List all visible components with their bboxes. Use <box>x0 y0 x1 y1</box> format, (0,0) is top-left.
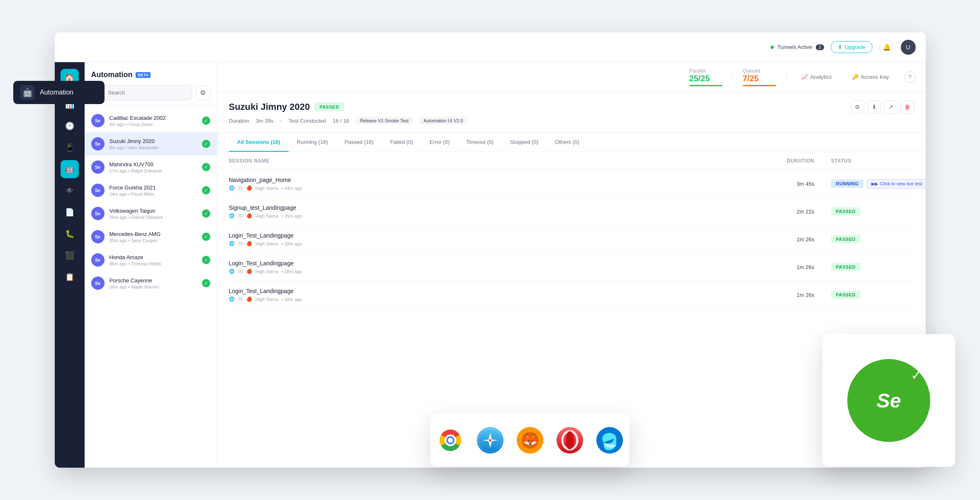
version-tag: 70 <box>238 297 243 302</box>
selenium-logo: ✓ Se <box>847 359 930 442</box>
safari-browser-icon <box>477 427 503 454</box>
left-nav: 🏠 📊 🕐 📱 🤖 👁 📄 🐛 ⬛ 📋 <box>55 62 85 468</box>
upgrade-label: Upgrade <box>845 44 866 50</box>
item-meta: 36m ago • Theresa Webb <box>109 261 197 266</box>
session-status: PASSED <box>831 291 914 299</box>
sidebar-item-files[interactable]: 📄 <box>61 203 79 221</box>
browsers-popup: 🦊 <box>430 414 630 467</box>
tab-error[interactable]: Error (0) <box>421 133 458 152</box>
tab-all-sessions[interactable]: All Sessions (16) <box>229 133 289 152</box>
item-info: Mercedes-Benz AMG 30m ago • Jane Cooper <box>109 231 197 243</box>
session-info: Login_Test_Landingpage 🌐 70 🍎 High Sierr… <box>229 288 781 302</box>
sidebar-item-eye[interactable]: 👁 <box>61 182 79 200</box>
item-status-check: ✓ <box>202 256 210 264</box>
tunnels-status: Tunnels Active 3 <box>771 44 824 50</box>
list-item[interactable]: Se Mahindra XUV700 17m ago • Ralph Edwar… <box>85 155 217 179</box>
item-status-check: ✓ <box>202 186 210 194</box>
sidebar-item-devices[interactable]: 📱 <box>61 138 79 157</box>
build-detail: Suzuki Jimny 2020 PASSED ⚙ ⬇ ↗ 🗑 Duratio… <box>217 92 926 133</box>
firefox-browser-icon: 🦊 <box>517 427 543 454</box>
item-status-check: ✓ <box>202 209 210 218</box>
table-header: Session Name Duration Status <box>229 152 914 170</box>
tab-running[interactable]: Running (16) <box>289 133 336 152</box>
item-status-check: ✓ <box>202 117 210 125</box>
item-meta: 4m ago • Fiona Davis <box>109 122 197 127</box>
tab-timeout[interactable]: Timeout (0) <box>458 133 502 152</box>
notifications-button[interactable]: 🔔 <box>879 40 894 55</box>
tab-others[interactable]: Others (0) <box>547 133 588 152</box>
item-info: Honda Amaze 36m ago • Theresa Webb <box>109 254 197 266</box>
item-info: Suzuki Jimny 2020 8m ago • Alex Alexande… <box>109 138 197 150</box>
item-info: Mahindra XUV700 17m ago • Ralph Edwards <box>109 161 197 173</box>
list-item[interactable]: Se Cadillac Escalade 2002 4m ago • Fiona… <box>85 109 217 132</box>
play-icon: ▶▶ <box>871 181 878 187</box>
os-tag: High Sierra <box>255 297 278 302</box>
list-item[interactable]: Se Porsche Cayenne 56m ago • Wade Warren… <box>85 272 217 295</box>
main-area: 🏠 📊 🕐 📱 🤖 👁 📄 🐛 ⬛ 📋 Automation BETA <box>55 62 926 468</box>
selenium-popup: ✓ Se <box>822 334 955 467</box>
delete-button[interactable]: 🗑 <box>901 100 914 114</box>
filter-button[interactable]: ⚙ <box>195 85 210 100</box>
os-tag: High Sierra <box>255 214 278 218</box>
status-badge: PASSED <box>831 263 861 271</box>
chrome-icon: 🌐 <box>229 269 235 274</box>
settings-button[interactable]: ⚙ <box>851 100 864 114</box>
tab-stopped[interactable]: Stopped (0) <box>502 133 547 152</box>
queued-stat: Queued 7/25 <box>743 68 776 86</box>
sidebar-item-docs[interactable]: 📋 <box>61 268 79 286</box>
version-tag: 70 <box>238 186 243 191</box>
build-status-badge: PASSED <box>315 103 343 111</box>
tag-2: Automation UI V2.0 <box>419 117 467 124</box>
item-name: Mercedes-Benz AMG <box>109 231 197 237</box>
sidebar-item-history[interactable]: 🕐 <box>61 117 79 135</box>
item-info: Porsche Cayenne 56m ago • Wade Warren <box>109 277 197 289</box>
user-avatar[interactable]: U <box>901 40 916 55</box>
sidebar-item-layers[interactable]: ⬛ <box>61 246 79 265</box>
tab-failed[interactable]: Failed (0) <box>382 133 421 152</box>
list-item[interactable]: Se Mercedes-Benz AMG 30m ago • Jane Coop… <box>85 225 217 248</box>
search-input[interactable] <box>108 90 187 96</box>
session-duration: 2m 22s <box>781 209 831 215</box>
session-name: Login_Test_Landingpage <box>229 232 781 239</box>
session-info: Login_Test_Landingpage 🌐 70 🍎 High Sierr… <box>229 260 781 274</box>
download-button[interactable]: ⬇ <box>868 100 881 114</box>
upgrade-button[interactable]: ⬆ Upgrade <box>831 41 873 53</box>
list-item[interactable]: Se Suzuki Jimny 2020 8m ago • Alex Alexa… <box>85 132 217 155</box>
list-item[interactable]: Se Honda Amaze 36m ago • Theresa Webb ✓ <box>85 248 217 272</box>
time-tag: • 28m ago <box>282 297 302 302</box>
access-key-button[interactable]: 🔑 Access Key <box>847 71 894 83</box>
tab-passed[interactable]: Passed (16) <box>336 133 382 152</box>
test-conducted-label: Test Conducted <box>289 118 326 124</box>
build-meta: Duration 3m 39s • Test Conducted 16 / 16… <box>229 117 914 124</box>
avatar: Se <box>91 277 105 290</box>
sidebar-item-automation[interactable]: 🤖 <box>61 160 79 178</box>
analytics-button[interactable]: 📈 Analytics <box>796 71 837 83</box>
session-status: RUNNING ▶▶ Click to view live test <box>831 179 914 189</box>
browser-window: Tunnels Active 3 ⬆ Upgrade 🔔 U 🏠 📊 🕐 📱 🤖… <box>55 32 926 468</box>
time-tag: • 28m ago <box>282 269 302 274</box>
os-icon: 🍎 <box>246 185 252 191</box>
key-icon: 🔑 <box>852 74 858 80</box>
list-item[interactable]: Se Volkswagen Taigun 26m ago • Darrell S… <box>85 202 217 225</box>
live-test-button[interactable]: ▶▶ Click to view live test <box>867 179 925 189</box>
os-icon: 🍎 <box>246 296 252 302</box>
os-tag: High Sierra <box>255 186 278 191</box>
build-title-row: Suzuki Jimny 2020 PASSED ⚙ ⬇ ↗ 🗑 <box>229 100 914 114</box>
edge-browser-icon <box>596 427 623 454</box>
session-name: Login_Test_Landingpage <box>229 260 781 267</box>
session-tags: 🌐 70 🍎 High Sierra • 28m ago <box>229 269 781 274</box>
os-tag: High Sierra <box>255 241 278 246</box>
item-name: Honda Amaze <box>109 254 197 260</box>
analytics-icon: 📈 <box>801 74 808 80</box>
analytics-label: Analytics <box>810 74 832 80</box>
item-name: Volkswagen Taigun <box>109 208 197 214</box>
session-duration: 1m 26s <box>781 264 831 270</box>
automation-tooltip-label: Automation <box>40 89 73 96</box>
svg-text:🦊: 🦊 <box>523 433 537 447</box>
help-button[interactable]: ? <box>904 71 916 83</box>
tunnels-label: Tunnels Active <box>777 44 812 50</box>
share-button[interactable]: ↗ <box>884 100 897 114</box>
list-item[interactable]: Se Force Gurkha 2021 24m ago • Floyd Mil… <box>85 179 217 202</box>
sidebar-item-bugs[interactable]: 🐛 <box>61 225 79 243</box>
item-info: Force Gurkha 2021 24m ago • Floyd Miles <box>109 184 197 197</box>
